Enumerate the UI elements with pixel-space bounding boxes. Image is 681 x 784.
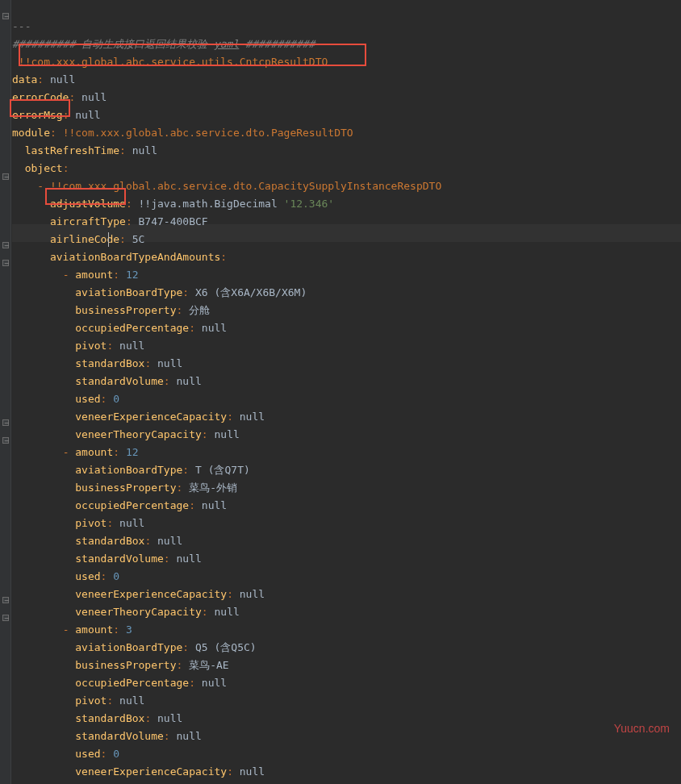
yaml-value: null (157, 535, 182, 547)
code-line[interactable]: standardBox: null (12, 532, 681, 550)
yaml-value: 0 (113, 748, 119, 760)
text-cursor (108, 232, 109, 247)
yaml-key: standardBox (75, 357, 144, 369)
fold-marker-icon[interactable] (2, 597, 9, 603)
yaml-key: pivot (75, 694, 107, 707)
yaml-key: veneerTheoryCapacity (75, 606, 202, 618)
code-line[interactable]: aviationBoardType: T (含Q7T) (12, 461, 681, 479)
yaml-key: businessProperty (75, 482, 176, 494)
code-line[interactable]: standardVolume: null (12, 550, 681, 568)
yaml-key: amount (75, 623, 113, 636)
yaml-value: '12.346' (284, 198, 335, 210)
fold-marker-icon[interactable] (2, 419, 9, 426)
yaml-value: null (81, 91, 107, 103)
code-line[interactable]: adjustVolume: !!java.math.BigDecimal '12… (12, 195, 681, 213)
yaml-value: 12 (126, 269, 139, 281)
code-line[interactable]: occupiedPercentage: null (12, 497, 681, 515)
code-line[interactable]: occupiedPercentage: null (12, 319, 681, 337)
code-line[interactable]: - amount: 12 (12, 266, 681, 284)
fold-marker-icon[interactable] (2, 260, 9, 266)
yaml-key: used (75, 570, 100, 582)
yaml-value: null (132, 144, 157, 156)
type-tag: !!com.xxx.global.abc.service.dto.PageRes… (63, 127, 353, 139)
watermark: Yuucn.com (614, 719, 670, 737)
code-line[interactable]: veneerExperienceCapacity: null (12, 408, 681, 426)
yaml-value: null (240, 588, 265, 600)
code-line[interactable]: lastRefreshTime: null (12, 142, 681, 160)
yaml-value: X6 (含X6A/X6B/X6M) (195, 286, 307, 298)
code-line[interactable]: veneerTheoryCapacity: null (12, 781, 681, 784)
yaml-value: null (119, 517, 144, 529)
code-line[interactable]: aviationBoardType: Q5 (含Q5C) (12, 639, 681, 657)
fold-marker-icon[interactable] (2, 13, 9, 19)
code-line[interactable]: - amount: 12 (12, 444, 681, 461)
code-line[interactable]: - amount: 3 (12, 621, 681, 639)
code-line[interactable]: module: !!com.xxx.global.abc.service.dto… (12, 124, 681, 142)
code-line[interactable]: pivot: null (12, 692, 681, 710)
yaml-value: null (240, 765, 265, 778)
code-line[interactable]: used: 0 (12, 390, 681, 408)
yaml-key: standardBox (75, 712, 144, 724)
yaml-value: null (177, 730, 202, 742)
code-line[interactable]: data: null (12, 71, 681, 89)
yaml-value: null (202, 499, 227, 511)
code-line[interactable]: pivot: null (12, 515, 681, 532)
code-line[interactable]: errorCode: null (12, 89, 681, 106)
yaml-key: occupiedPercentage (75, 322, 189, 334)
code-line[interactable]: standardBox: null (12, 710, 681, 728)
yaml-key: data (12, 73, 37, 85)
code-line[interactable]: aviationBoardType: X6 (含X6A/X6B/X6M) (12, 284, 681, 302)
yaml-doc-start: --- (12, 20, 31, 32)
type-tag: !!com.xxx.global.abc.service.dto.Capacit… (50, 180, 441, 192)
fold-marker-icon[interactable] (2, 242, 9, 248)
code-line[interactable]: businessProperty: 菜鸟-外销 (12, 479, 681, 497)
editor-gutter[interactable] (0, 0, 11, 784)
yaml-key: businessProperty (75, 304, 176, 316)
yaml-value: null (50, 73, 75, 85)
type-tag: !!com.xxx.global.abc.service.utils.Cntcp… (19, 56, 328, 68)
code-line[interactable]: airlineCode: 5C (12, 231, 681, 248)
code-line[interactable]: aviationBoardTypeAndAmounts: (12, 248, 681, 266)
code-line[interactable]: pivot: null (12, 337, 681, 355)
code-line[interactable]: veneerExperienceCapacity: null (12, 586, 681, 603)
code-line[interactable]: used: 0 (12, 568, 681, 586)
code-line[interactable]: standardBox: null (12, 355, 681, 373)
yaml-value: B747-400BCF (139, 215, 208, 227)
code-line[interactable]: aircraftType: B747-400BCF (12, 213, 681, 231)
code-line[interactable]: veneerExperienceCapacity: null (12, 763, 681, 781)
code-line[interactable] (12, 0, 681, 18)
code-line[interactable]: occupiedPercentage: null (12, 674, 681, 692)
yaml-key: pivot (75, 517, 107, 529)
yaml-key: aviationBoardType (75, 641, 182, 653)
code-line[interactable]: errorMsg: null (12, 106, 681, 124)
yaml-value: T (含Q7T) (195, 464, 250, 476)
yaml-value: null (119, 340, 144, 352)
yaml-key: veneerExperienceCapacity (75, 588, 227, 600)
code-line[interactable]: !!com.xxx.global.abc.service.utils.Cntcp… (12, 53, 681, 71)
code-line[interactable]: used: 0 (12, 745, 681, 763)
code-line[interactable]: --- (12, 18, 681, 35)
code-line[interactable]: ########## 自动生成接口返回结果校验 yaml ########### (12, 35, 681, 53)
code-editor[interactable]: --- ########## 自动生成接口返回结果校验 yaml #######… (12, 0, 681, 784)
yaml-value: Q5 (含Q5C) (195, 641, 257, 653)
code-line[interactable]: businessProperty: 分舱 (12, 302, 681, 319)
code-line[interactable]: veneerTheoryCapacity: null (12, 426, 681, 444)
yaml-key: errorMsg (12, 109, 63, 121)
yaml-key: occupiedPercentage (75, 677, 189, 689)
code-line[interactable]: veneerTheoryCapacity: null (12, 603, 681, 621)
yaml-value: 菜鸟-AE (189, 659, 228, 671)
code-line[interactable]: standardVolume: null (12, 373, 681, 390)
code-line[interactable]: object: (12, 160, 681, 177)
yaml-value: 12 (126, 446, 139, 458)
code-line[interactable]: - !!com.xxx.global.abc.service.dto.Capac… (12, 177, 681, 195)
yaml-value: null (240, 411, 265, 423)
yaml-key: occupiedPercentage (75, 499, 189, 511)
code-line[interactable]: businessProperty: 菜鸟-AE (12, 657, 681, 674)
fold-marker-icon[interactable] (2, 437, 9, 444)
code-line[interactable]: standardVolume: null (12, 728, 681, 745)
yaml-key: veneerTheoryCapacity (75, 428, 202, 440)
comment-hash: ########### (245, 38, 315, 50)
fold-marker-icon[interactable] (2, 615, 9, 621)
fold-marker-icon[interactable] (2, 173, 9, 180)
yaml-key: aviationBoardType (75, 286, 182, 298)
